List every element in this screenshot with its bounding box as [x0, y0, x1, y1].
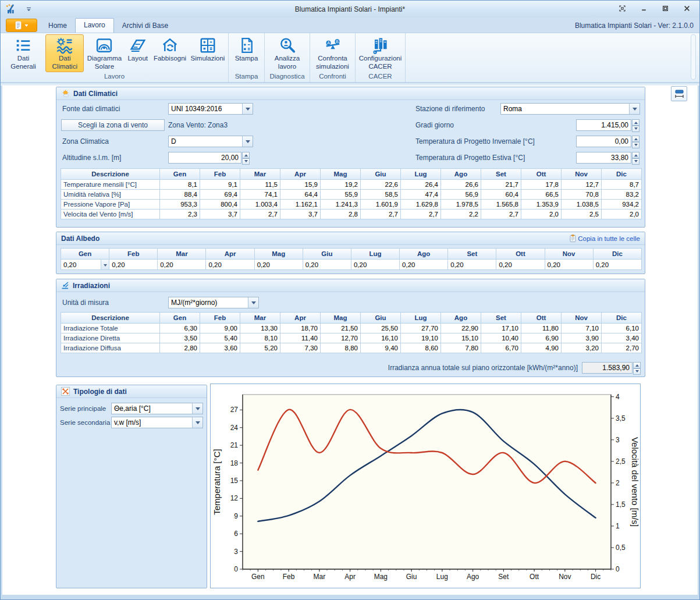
copia-celle-link[interactable]: Copia in tutte le celle [570, 235, 640, 242]
data-cell[interactable]: 1.629,8 [401, 200, 441, 210]
data-cell[interactable]: 2,70 [602, 343, 642, 353]
fit-width-button[interactable] [671, 86, 687, 101]
data-cell[interactable]: 8,60 [401, 343, 441, 353]
data-cell[interactable]: 0,20 [545, 260, 593, 270]
data-cell[interactable]: 0,20 [109, 260, 158, 270]
data-cell[interactable]: 3,50 [160, 333, 200, 343]
data-cell[interactable]: 1.038,5 [562, 200, 602, 210]
tab-home[interactable]: Home [40, 19, 75, 33]
data-cell[interactable]: 3,20 [562, 343, 602, 353]
data-cell[interactable]: 5,40 [200, 333, 240, 343]
serie-principale-combobox[interactable]: Θe,aria [°C] [111, 403, 203, 414]
zona-climatica-combobox[interactable]: D [168, 136, 253, 147]
data-cell[interactable]: 22,90 [441, 324, 481, 333]
data-cell[interactable]: 25,50 [361, 324, 401, 333]
data-cell[interactable]: 0,20 [158, 260, 206, 270]
ribbon-button-layout[interactable]: Layout [125, 34, 151, 65]
spin-up-icon[interactable] [632, 119, 639, 126]
data-cell[interactable]: 7,10 [562, 324, 602, 333]
data-cell[interactable]: 17,10 [481, 324, 521, 333]
data-cell[interactable]: 0,20 [254, 260, 303, 270]
altitudine-spinner[interactable] [242, 152, 250, 164]
data-cell[interactable]: 83,2 [602, 190, 642, 200]
data-cell[interactable]: 18,70 [280, 324, 321, 333]
data-cell[interactable]: 3,90 [562, 333, 602, 343]
data-cell[interactable]: 12,7 [562, 180, 602, 190]
data-cell[interactable]: 8,7 [602, 180, 642, 190]
data-cell[interactable]: 2,0 [521, 210, 562, 219]
fonte-dati-combobox[interactable]: UNI 10349:2016 [168, 103, 253, 115]
gradi-giorno-input[interactable]: 1.415,00 [576, 119, 631, 131]
ribbon-button-diagramma-solare[interactable]: Diagramma Solare [85, 34, 123, 72]
data-cell[interactable]: 0,20 [448, 260, 496, 270]
spin-down-icon[interactable] [242, 158, 250, 165]
data-cell[interactable]: 1.978,5 [441, 200, 481, 210]
data-cell[interactable]: 15,9 [280, 180, 321, 190]
data-cell[interactable]: 26,6 [441, 180, 481, 190]
data-cell[interactable]: 13,30 [240, 324, 280, 333]
ribbon-button-fabbisogni[interactable]: Fabbisogni [152, 34, 188, 65]
dropdown-arrow-icon[interactable] [629, 104, 639, 114]
data-cell[interactable]: 7,30 [280, 343, 321, 353]
ribbon-button-confronta-simulazioni[interactable]: A B Confronta simulazioni [312, 34, 353, 72]
ribbon-button-analizza-lavoro[interactable]: Analizza lavoro [267, 34, 308, 72]
data-cell[interactable]: 2,7 [240, 210, 280, 219]
data-cell[interactable]: 6,70 [481, 343, 521, 353]
data-cell[interactable]: 1.003,4 [240, 200, 280, 210]
data-cell[interactable]: 0,20 [496, 260, 545, 270]
data-cell[interactable]: 9,40 [361, 343, 401, 353]
ribbon-button-simulazioni[interactable]: Simulazioni [189, 34, 226, 65]
data-cell[interactable]: 11,5 [240, 180, 280, 190]
data-cell[interactable]: 70,8 [562, 190, 602, 200]
ribbon-button-dati-generali[interactable]: Dati Generali [2, 34, 44, 72]
tab-lavoro[interactable]: Lavoro [75, 18, 114, 33]
data-cell[interactable]: 1.162,1 [280, 200, 321, 210]
data-cell[interactable]: 4,90 [521, 343, 562, 353]
data-cell[interactable]: 12,70 [321, 333, 361, 343]
data-cell[interactable]: 60,4 [481, 190, 521, 200]
data-cell[interactable]: 17,8 [521, 180, 562, 190]
data-cell[interactable]: 0,20 [61, 260, 109, 270]
data-cell[interactable]: 11,40 [280, 333, 321, 343]
data-cell[interactable]: 64,4 [280, 190, 321, 200]
maximize-button[interactable] [658, 3, 672, 13]
data-cell[interactable]: 19,2 [321, 180, 361, 190]
data-cell[interactable]: 74,1 [240, 190, 280, 200]
data-cell[interactable]: 2,7 [401, 210, 441, 219]
dropdown-arrow-icon[interactable] [242, 136, 253, 147]
dropdown-arrow-icon[interactable] [192, 417, 202, 428]
data-cell[interactable]: 6,10 [602, 324, 642, 333]
minimize-button[interactable] [637, 3, 651, 13]
data-cell[interactable]: 47,4 [401, 190, 441, 200]
data-cell[interactable]: 56,9 [441, 190, 481, 200]
data-cell[interactable]: 88,4 [160, 190, 200, 200]
data-cell[interactable]: 58,5 [361, 190, 401, 200]
data-cell[interactable]: 8,80 [321, 343, 361, 353]
data-cell[interactable]: 11,80 [521, 324, 562, 333]
data-cell[interactable]: 9,1 [200, 180, 240, 190]
data-cell[interactable]: 7,80 [441, 343, 481, 353]
data-cell[interactable]: 800,4 [200, 200, 240, 210]
dropdown-arrow-icon[interactable] [242, 104, 253, 114]
data-cell[interactable]: 66,5 [521, 190, 562, 200]
serie-secondaria-combobox[interactable]: v,w [m/s] [111, 417, 203, 428]
data-cell[interactable]: 934,2 [602, 200, 642, 210]
close-button[interactable] [680, 3, 694, 13]
spin-up-icon[interactable] [632, 152, 639, 158]
data-cell[interactable]: 2,3 [160, 210, 200, 219]
data-cell[interactable]: 19,10 [401, 333, 441, 343]
data-cell[interactable]: 16,10 [361, 333, 401, 343]
data-cell[interactable]: 3,7 [280, 210, 321, 219]
data-cell[interactable]: 0,20 [351, 260, 399, 270]
data-cell[interactable]: 21,50 [321, 324, 361, 333]
data-cell[interactable]: 2,8 [321, 210, 361, 219]
scegli-zona-vento-button[interactable]: Scegli la zona di vento [61, 119, 165, 131]
ribbon-button-stampa[interactable]: Stampa [231, 34, 262, 65]
spin-down-icon[interactable] [632, 126, 639, 132]
spin-up-icon[interactable] [632, 136, 639, 142]
ribbon-button-dati-climatici[interactable]: Dati Climatici [45, 34, 84, 72]
data-cell[interactable]: 8,10 [240, 333, 280, 343]
data-cell[interactable]: 69,4 [200, 190, 240, 200]
data-cell[interactable]: 3,40 [602, 333, 642, 343]
fullscreen-button[interactable] [615, 3, 629, 13]
